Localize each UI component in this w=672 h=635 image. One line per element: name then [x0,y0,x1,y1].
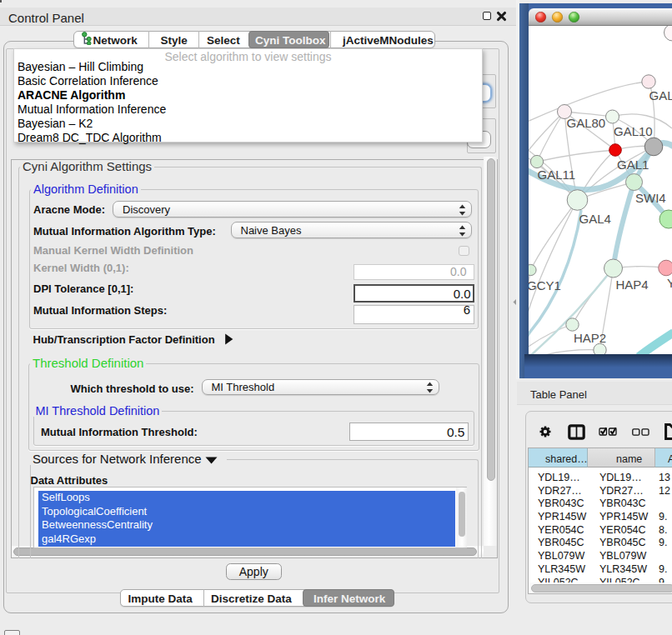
svg-text:GAL11: GAL11 [538,168,576,182]
svg-text:HAP4: HAP4 [616,278,649,292]
svg-text:HAP2: HAP2 [574,331,606,345]
svg-text:GAL4: GAL4 [579,212,611,226]
svg-text:GAL80: GAL80 [567,116,606,130]
svg-text:GAL10: GAL10 [614,124,653,138]
svg-text:Y: Y [667,276,672,290]
svg-text:GAL7: GAL7 [649,88,672,102]
svg-text:GCY1: GCY1 [529,278,561,292]
svg-text:GAL1: GAL1 [617,158,649,172]
svg-text:SWI4: SWI4 [635,191,666,205]
